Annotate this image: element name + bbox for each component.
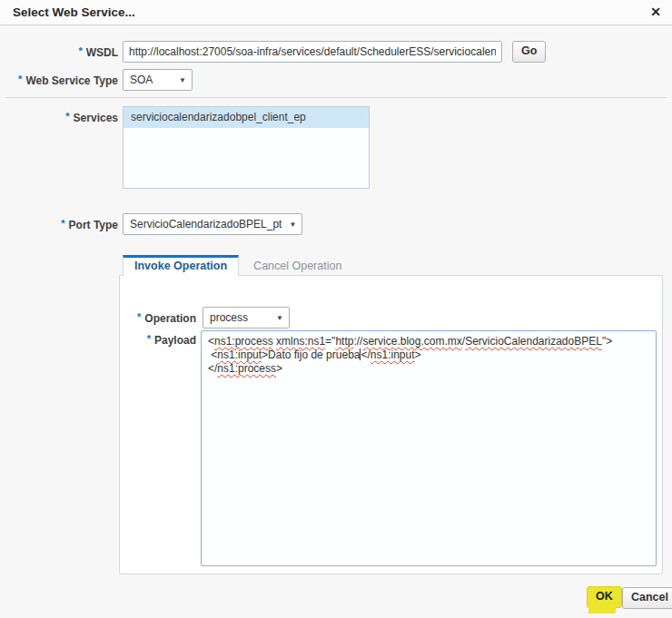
required-marker: * [78, 45, 82, 56]
ok-button[interactable]: OK [587, 586, 622, 608]
tab-cancel-operation[interactable]: Cancel Operation [239, 255, 356, 275]
chevron-down-icon: ▼ [276, 314, 283, 322]
payload-textarea[interactable]: <ns1:process xmlns:ns1="http://service.b… [201, 330, 657, 566]
payload-label: *Payload [124, 334, 196, 347]
services-label: *Services [18, 112, 118, 124]
port-type-label-text: Port Type [69, 219, 118, 231]
close-icon[interactable]: ✕ [650, 0, 661, 25]
invoke-operation-panel: *Operation process ▼ *Payload <ns1:proce… [119, 275, 663, 574]
chevron-down-icon: ▼ [290, 221, 297, 229]
services-label-text: Services [74, 112, 118, 124]
wsdl-label-text: WSDL [86, 46, 118, 59]
operation-label-text: Operation [144, 312, 196, 325]
dialog-titlebar: Select Web Service... ✕ [0, 0, 672, 25]
payload-label-text: Payload [154, 334, 196, 347]
tab-invoke-operation[interactable]: Invoke Operation [123, 255, 239, 276]
required-marker: * [18, 74, 22, 84]
required-marker: * [137, 311, 141, 322]
required-marker: * [65, 111, 69, 122]
web-service-type-value: SOA [130, 74, 153, 86]
wsdl-label: *WSDL [18, 46, 118, 59]
required-marker: * [61, 218, 64, 229]
port-type-select[interactable]: ServicioCalendarizadoBPEL_pt ▼ [123, 213, 302, 235]
operation-value: process [210, 311, 248, 324]
section-divider [5, 97, 667, 98]
services-listbox[interactable]: serviciocalendarizadobpel_client_ep [123, 106, 370, 189]
required-marker: * [147, 333, 151, 344]
chevron-down-icon: ▼ [179, 76, 186, 84]
go-button[interactable]: Go [512, 41, 546, 63]
cancel-button[interactable]: Cancel [622, 587, 672, 609]
port-type-label: *Port Type [18, 219, 118, 231]
operation-select[interactable]: process ▼ [203, 307, 290, 329]
tab-bar: Invoke OperationCancel Operation [123, 255, 356, 275]
wsdl-input[interactable] [123, 41, 502, 63]
list-item[interactable]: serviciocalendarizadobpel_client_ep [124, 107, 369, 128]
web-service-type-label: *Web Service Type [18, 74, 118, 87]
operation-label: *Operation [124, 312, 196, 325]
web-service-type-label-text: Web Service Type [25, 74, 118, 87]
port-type-value: ServicioCalendarizadoBPEL_pt [130, 218, 282, 231]
dialog-title: Select Web Service... [13, 0, 135, 25]
web-service-type-select[interactable]: SOA ▼ [123, 69, 193, 91]
